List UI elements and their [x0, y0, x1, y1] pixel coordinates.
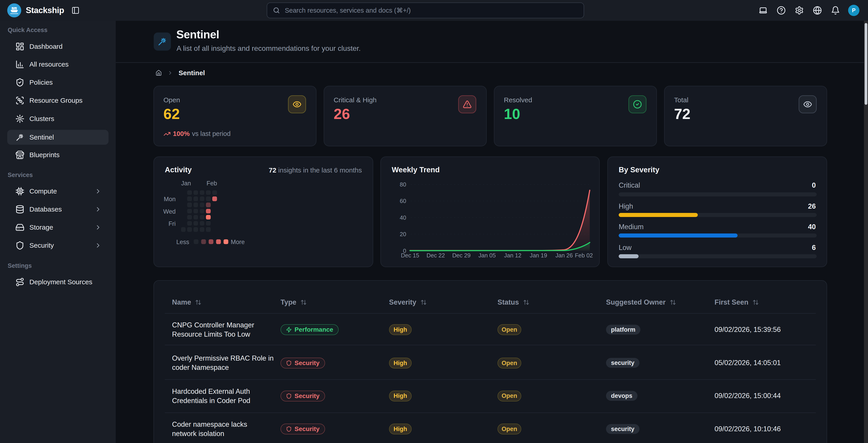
svg-text:40: 40: [400, 214, 406, 221]
svg-text:20: 20: [400, 231, 406, 238]
svg-text:Jan 05: Jan 05: [478, 252, 496, 259]
svg-text:Jan 26: Jan 26: [555, 252, 573, 259]
svg-text:Jan 12: Jan 12: [504, 252, 522, 259]
svg-text:Dec 15: Dec 15: [401, 252, 419, 259]
svg-text:Dec 29: Dec 29: [452, 252, 471, 259]
svg-text:80: 80: [400, 181, 406, 188]
svg-text:Jan 19: Jan 19: [530, 252, 547, 259]
svg-text:60: 60: [400, 198, 406, 204]
svg-text:Dec 22: Dec 22: [427, 252, 445, 259]
svg-text:Feb 02: Feb 02: [575, 252, 593, 259]
